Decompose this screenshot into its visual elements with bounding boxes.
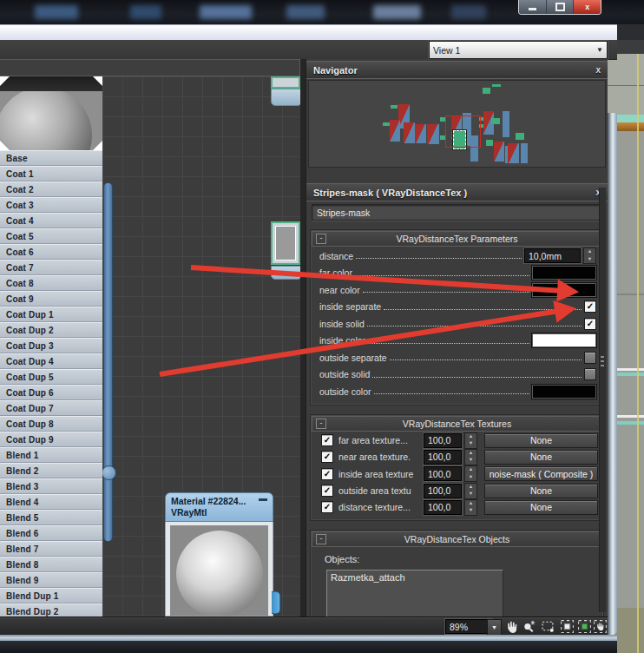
zoom-tool-icon[interactable]: ± (521, 618, 537, 635)
checkbox[interactable] (584, 368, 596, 380)
collapse-button[interactable] (259, 498, 267, 501)
list-item[interactable]: Coat Dup 7 (0, 400, 102, 416)
texture-slot-button[interactable]: None (484, 433, 598, 448)
texture-checkbox[interactable]: ✓ (321, 468, 333, 480)
texture-slot-button[interactable]: None (484, 500, 598, 515)
list-item-label: Blend 9 (0, 576, 39, 585)
minimap-node (508, 143, 519, 163)
list-item[interactable]: Coat Dup 9 (0, 432, 102, 447)
checkbox[interactable]: ✓ (584, 300, 596, 313)
list-item[interactable]: Blend 6 (0, 525, 102, 541)
checkbox[interactable] (584, 352, 596, 364)
list-item[interactable]: Blend 2 (0, 463, 102, 478)
material-node[interactable]: Material #22824... VRayMtl (165, 492, 273, 617)
minimap-view-rect[interactable] (445, 115, 481, 148)
list-item[interactable]: Blend Dup 2 (0, 604, 102, 617)
texture-amount-field[interactable]: 100,0 (424, 433, 462, 448)
texture-amount-field[interactable]: 100,0 (424, 450, 462, 465)
list-item[interactable]: Coat Dup 2 (0, 322, 102, 338)
view-selector[interactable]: View 1 ▼ (429, 41, 608, 59)
pan-hand-icon[interactable] (503, 618, 520, 635)
material-name-field[interactable]: Stripes-mask (312, 204, 602, 221)
texture-slot-button[interactable]: None (484, 484, 598, 498)
object-list-item[interactable]: Razmetka_attach (327, 571, 503, 584)
list-item-label: Base (0, 154, 28, 163)
objects-listbox[interactable]: Razmetka_attach (326, 570, 503, 623)
spinner-control[interactable]: ▲▼ (464, 432, 477, 449)
list-item[interactable]: Coat Dup 3 (0, 338, 102, 353)
zoom-region-icon[interactable] (540, 618, 556, 635)
list-item[interactable]: Coat 4 (0, 213, 102, 228)
texture-checkbox[interactable]: ✓ (321, 451, 333, 463)
navigator-close-icon[interactable]: x (595, 65, 601, 75)
texture-node-slot-bar[interactable] (271, 89, 300, 106)
check-icon: ✓ (587, 302, 594, 311)
list-item[interactable]: Coat 6 (0, 244, 102, 260)
list-item[interactable]: Coat 7 (0, 260, 102, 275)
list-item[interactable]: Blend 4 (0, 494, 102, 510)
texture-node-partial[interactable] (271, 76, 300, 89)
rollout-textures-header[interactable]: - VRayDistanceTex Textures (312, 416, 602, 432)
scrollbar-handle[interactable] (102, 465, 116, 480)
close-button[interactable]: x (574, 0, 601, 14)
list-item[interactable]: Coat Dup 1 (0, 307, 102, 322)
texture-preview[interactable] (0, 76, 102, 150)
texture-checkbox[interactable]: ✓ (321, 501, 333, 513)
texture-checkbox[interactable]: ✓ (321, 485, 333, 497)
zoom-dropdown-button[interactable]: ▼ (487, 619, 502, 636)
color-swatch[interactable] (532, 385, 596, 399)
taskbar-blob (373, 5, 421, 19)
texture-slot-button[interactable]: noise-mask ( Composite ) (484, 466, 598, 481)
texture-row: ✓inside area texture100,0▲▼noise-mask ( … (311, 465, 603, 482)
texture-checkbox[interactable]: ✓ (321, 434, 333, 446)
list-item[interactable]: Blend Dup 1 (0, 588, 102, 604)
list-item[interactable]: Blend 9 (0, 572, 102, 588)
spinner-control[interactable]: ▲▼ (464, 465, 477, 482)
minimize-button[interactable] (519, 0, 547, 14)
panel-scrollbar[interactable] (599, 188, 606, 612)
pan-zoom-region-icon[interactable] (592, 618, 608, 635)
distance-value-field[interactable]: 10,0mm (524, 248, 581, 263)
zoom-extents-icon[interactable] (559, 618, 575, 635)
texture-amount-field[interactable]: 100,0 (424, 484, 462, 498)
rollout-parameters-header[interactable]: - VRayDistanceTex Parameters (312, 231, 602, 247)
texture-slot-button[interactable]: None (484, 450, 598, 465)
minimap-node (415, 124, 426, 143)
spinner-control[interactable]: ▲▼ (583, 247, 596, 264)
list-item[interactable]: Blend 1 (0, 447, 102, 463)
zoom-level-field[interactable]: 89% (445, 619, 492, 634)
zoom-extents-selected-icon[interactable] (576, 618, 593, 635)
list-item[interactable]: Coat 5 (0, 228, 102, 244)
spinner-control[interactable]: ▲▼ (464, 483, 477, 499)
list-item-label: Coat Dup 6 (0, 388, 54, 398)
list-item[interactable]: Blend 7 (0, 541, 102, 557)
navigator-minimap[interactable] (308, 80, 606, 168)
checkbox[interactable]: ✓ (584, 318, 596, 330)
list-item[interactable]: Coat Dup 4 (0, 353, 102, 369)
list-item[interactable]: Coat 2 (0, 181, 102, 197)
list-item[interactable]: Blend 3 (0, 478, 102, 494)
list-item[interactable]: Base (0, 150, 102, 166)
texture-node[interactable] (271, 221, 300, 265)
list-item[interactable]: Blend 5 (0, 510, 102, 525)
spinner-control[interactable]: ▲▼ (464, 449, 477, 465)
restore-button[interactable] (547, 0, 575, 14)
list-item[interactable]: Blend 8 (0, 557, 102, 572)
list-item[interactable]: Coat 9 (0, 291, 102, 307)
node-view-scrollbar[interactable] (103, 182, 113, 542)
texture-amount-field[interactable]: 100,0 (424, 466, 462, 481)
list-item[interactable]: Coat Dup 8 (0, 416, 102, 432)
color-swatch[interactable] (532, 333, 596, 347)
node-slot-tab[interactable] (272, 591, 280, 614)
panel-title-header[interactable]: Stripes-mask ( VRayDistanceTex ) x (306, 183, 608, 201)
list-item[interactable]: Coat Dup 6 (0, 385, 102, 400)
rollout-objects-header[interactable]: - VRayDistanceTex Objects (312, 531, 602, 547)
texture-amount-field[interactable]: 100,0 (424, 500, 462, 515)
list-item[interactable]: Coat 3 (0, 197, 102, 213)
material-node-header[interactable]: Material #22824... VRayMtl (165, 492, 273, 522)
spinner-control[interactable]: ▲▼ (464, 499, 477, 516)
list-item[interactable]: Coat 1 (0, 166, 102, 181)
list-item[interactable]: Coat 8 (0, 275, 102, 291)
list-item[interactable]: Coat Dup 5 (0, 369, 102, 385)
navigator-header[interactable]: Navigator x (306, 61, 608, 79)
